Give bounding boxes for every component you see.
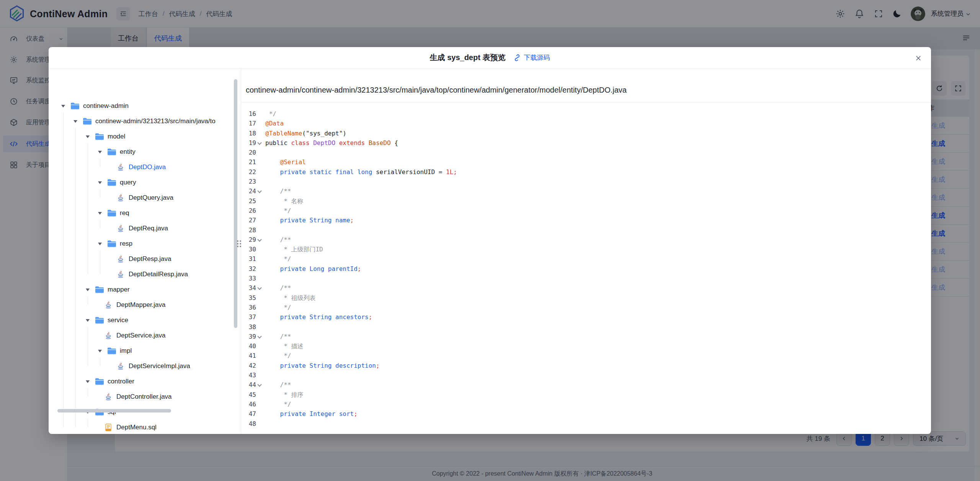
tree-node[interactable]: mapper: [49, 282, 240, 297]
fold-gutter: [256, 264, 264, 274]
tree-node-label: DeptDO.java: [129, 160, 166, 175]
tree-node[interactable]: entity: [49, 144, 240, 160]
fold-gutter: [256, 157, 264, 167]
tree-node[interactable]: DeptDO.java: [49, 160, 240, 175]
code-text: [264, 419, 265, 429]
code-text: */: [264, 351, 291, 360]
preview-modal: 生成 sys_dept 表预览 下载源码 continew-adminconti…: [49, 47, 931, 434]
line-number: 22: [241, 167, 256, 177]
line-number: 33: [241, 274, 256, 283]
fold-gutter: [256, 167, 264, 177]
line-number: 44: [241, 380, 256, 390]
line-number: 19: [241, 138, 256, 148]
modal-title: 生成 sys_dept 表预览: [430, 52, 506, 63]
folder-icon: [95, 378, 104, 385]
code-line: 41 */: [241, 351, 929, 360]
folder-icon: [107, 240, 116, 248]
caret-down-icon[interactable]: [98, 212, 102, 215]
java-file-icon: [117, 163, 124, 171]
line-number: 46: [241, 399, 256, 409]
fold-gutter: [256, 215, 264, 225]
tree-vertical-scrollbar[interactable]: [234, 79, 237, 328]
line-number: 48: [241, 419, 256, 429]
fold-gutter: [256, 361, 264, 370]
code-text: */: [264, 109, 276, 119]
fold-icon[interactable]: [256, 380, 264, 390]
tree-node[interactable]: continew-admin/3213213/src/main/java/to: [49, 114, 240, 129]
fold-gutter: [256, 399, 264, 409]
line-number: 31: [241, 254, 256, 264]
caret-down-icon[interactable]: [98, 151, 102, 153]
fold-gutter: [256, 109, 264, 119]
fold-icon[interactable]: [256, 138, 264, 148]
caret-down-icon[interactable]: [98, 181, 102, 184]
code-line: 35 * 祖级列表: [241, 293, 929, 303]
code-text: /**: [264, 380, 291, 390]
tree-node[interactable]: DeptController.java: [49, 389, 240, 404]
line-number: 37: [241, 312, 256, 322]
download-source-link[interactable]: 下载源码: [514, 53, 550, 62]
line-number: 16: [241, 109, 256, 119]
caret-down-icon[interactable]: [98, 350, 102, 352]
tree-node-label: model: [108, 129, 125, 144]
fold-gutter: [256, 341, 264, 351]
caret-down-icon[interactable]: [98, 243, 102, 245]
line-number: 42: [241, 361, 256, 370]
caret-down-icon[interactable]: [86, 289, 90, 291]
tree-node[interactable]: model: [49, 129, 240, 144]
line-number: 29: [241, 235, 256, 245]
tree-node[interactable]: DeptResp.java: [49, 251, 240, 267]
tree-node[interactable]: DeptDetailResp.java: [49, 267, 240, 282]
line-number: 23: [241, 177, 256, 186]
tree-node[interactable]: service: [49, 313, 240, 328]
tree-node[interactable]: DeptMenu.sql: [49, 420, 240, 434]
folder-icon: [107, 179, 116, 186]
fold-gutter: [256, 245, 264, 254]
tree-node[interactable]: query: [49, 175, 240, 190]
code-text: @Serial: [264, 157, 306, 167]
code-text: * 排序: [264, 390, 303, 399]
tree-node[interactable]: continew-admin: [49, 98, 240, 114]
tree-node[interactable]: resp: [49, 236, 240, 251]
tree-node[interactable]: DeptService.java: [49, 328, 240, 343]
fold-gutter: [256, 390, 264, 399]
fold-gutter: [256, 254, 264, 264]
caret-down-icon[interactable]: [61, 105, 65, 108]
code-text: /**: [264, 235, 291, 245]
caret-down-icon[interactable]: [86, 319, 90, 322]
fold-icon[interactable]: [256, 283, 264, 293]
code-text: public class DeptDO extends BaseDO {: [264, 138, 398, 148]
tree-node-label: req: [120, 205, 129, 221]
fold-icon[interactable]: [256, 235, 264, 245]
folder-icon: [107, 209, 116, 217]
tree-node[interactable]: DeptReq.java: [49, 221, 240, 236]
caret-down-icon[interactable]: [86, 135, 90, 138]
folder-icon: [70, 102, 80, 110]
tree-node[interactable]: impl: [49, 343, 240, 359]
tree-node[interactable]: req: [49, 205, 240, 221]
tree-node[interactable]: DeptMapper.java: [49, 297, 240, 313]
code-line: 17@Data: [241, 119, 929, 128]
tree-node[interactable]: DeptServiceImpl.java: [49, 359, 240, 374]
fold-icon[interactable]: [256, 332, 264, 341]
fold-gutter: [256, 196, 264, 206]
code-preview[interactable]: 16 */17@Data18@TableName("sys_dept")19pu…: [241, 109, 929, 429]
tree-horizontal-scrollbar[interactable]: [57, 409, 171, 413]
tree-node[interactable]: controller: [49, 374, 240, 389]
code-line: 31 */: [241, 254, 929, 264]
fold-gutter: [256, 177, 264, 186]
caret-down-icon[interactable]: [86, 380, 90, 383]
code-text: /**: [264, 186, 291, 196]
code-text: [264, 148, 265, 157]
code-line: 48: [241, 419, 929, 429]
line-number: 32: [241, 264, 256, 274]
caret-down-icon[interactable]: [74, 120, 77, 123]
close-icon[interactable]: [913, 53, 924, 64]
line-number: 21: [241, 157, 256, 167]
tree-node-label: DeptService.java: [116, 328, 166, 343]
fold-icon[interactable]: [256, 186, 264, 196]
fold-gutter: [256, 409, 264, 419]
code-text: private Integer sort;: [264, 409, 358, 419]
file-path: continew-admin/continew-admin/3213213/sr…: [241, 68, 931, 103]
tree-node[interactable]: DeptQuery.java: [49, 190, 240, 205]
